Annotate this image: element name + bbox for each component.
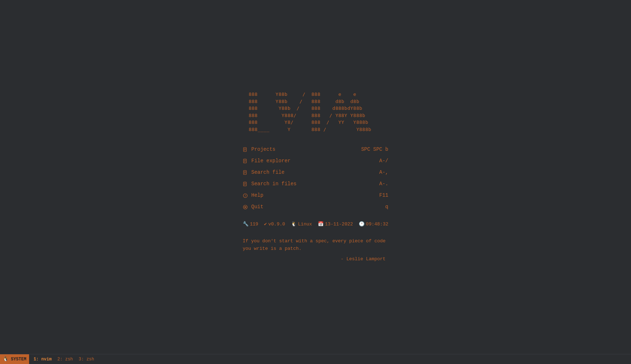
help-label: Help xyxy=(251,192,264,198)
status-wrench: 🔧 119 xyxy=(243,221,258,227)
menu-item-search-in-files[interactable]: Search in files A-. xyxy=(243,178,389,190)
status-os-item: 🐧 Linux xyxy=(291,221,312,227)
quote-text: If you don't start with a spec, every pi… xyxy=(243,238,386,253)
clock-icon: 🕐 xyxy=(359,221,365,227)
checkmark-icon: ✔ xyxy=(264,221,267,227)
doc-icon-search-in-files xyxy=(243,181,248,187)
svg-text:?: ? xyxy=(244,194,246,197)
status-info-bar: 🔧 119 ✔ v0.9.0 🐧 Linux 📅 13-11-2022 🕐 09… xyxy=(243,221,389,227)
menu-item-left-quit: Quit xyxy=(243,204,264,210)
menu-section: Projects SPC SPC b File explorer xyxy=(243,144,389,213)
menu-item-help[interactable]: ? Help F11 xyxy=(243,190,389,201)
search-in-files-label: Search in files xyxy=(251,181,297,187)
projects-shortcut: SPC SPC b xyxy=(361,146,389,152)
menu-item-left-help: ? Help xyxy=(243,192,264,198)
file-explorer-shortcut: A-/ xyxy=(379,158,388,164)
menu-item-search-file[interactable]: Search file A-, xyxy=(243,167,389,178)
wrench-icon: 🔧 xyxy=(243,221,249,227)
menu-item-left-search-in-files: Search in files xyxy=(243,181,297,187)
status-version: v0.9.0 xyxy=(268,221,285,227)
system-badge: 🐧 SYSTEM xyxy=(0,354,29,364)
calendar-icon: 📅 xyxy=(318,221,324,227)
tmux-window-1[interactable]: 1: nvim xyxy=(33,357,51,362)
center-content: 888 Y88b / 888 e e 888 Y88b / 888 d8b d8… xyxy=(243,91,389,263)
menu-item-left-projects: Projects xyxy=(243,146,275,152)
bottom-bar: 🐧 SYSTEM 1: nvim 2: zsh 3: zsh xyxy=(0,354,631,364)
doc-icon-projects xyxy=(243,146,248,152)
main-area: 888 Y88b / 888 e e 888 Y88b / 888 d8b d8… xyxy=(0,0,631,354)
system-label: 🐧 SYSTEM xyxy=(3,356,26,362)
search-in-files-shortcut: A-. xyxy=(379,181,388,187)
tmux-window-3[interactable]: 3: zsh xyxy=(79,357,94,362)
projects-label: Projects xyxy=(251,146,275,152)
tmux-windows: 1: nvim 2: zsh 3: zsh xyxy=(29,357,94,362)
status-date-item: 📅 13-11-2022 xyxy=(318,221,353,227)
quote-section: If you don't start with a spec, every pi… xyxy=(243,238,386,263)
quit-shortcut: q xyxy=(385,204,388,210)
quote-attribution: - Leslie Lamport xyxy=(243,256,386,263)
help-shortcut: F11 xyxy=(379,192,388,198)
search-file-shortcut: A-, xyxy=(379,169,388,175)
menu-item-left-search-file: Search file xyxy=(243,169,284,175)
menu-item-projects[interactable]: Projects SPC SPC b xyxy=(243,144,389,155)
doc-icon-search-file xyxy=(243,169,248,175)
circle-x-icon-quit xyxy=(243,204,248,210)
search-file-label: Search file xyxy=(251,169,284,175)
status-os: Linux xyxy=(298,221,312,227)
status-version-item: ✔ v0.9.0 xyxy=(264,221,285,227)
tmux-window-2[interactable]: 2: zsh xyxy=(57,357,73,362)
quit-label: Quit xyxy=(251,204,264,210)
doc-icon-file-explorer xyxy=(243,158,248,164)
status-time: 09:48:32 xyxy=(366,221,388,227)
ascii-logo: 888 Y88b / 888 e e 888 Y88b / 888 d8b d8… xyxy=(243,91,371,133)
file-explorer-label: File explorer xyxy=(251,158,291,164)
menu-item-file-explorer[interactable]: File explorer A-/ xyxy=(243,155,389,167)
status-time-item: 🕐 09:48:32 xyxy=(359,221,388,227)
status-count: 119 xyxy=(250,221,258,227)
menu-item-quit[interactable]: Quit q xyxy=(243,201,389,213)
menu-item-left-file-explorer: File explorer xyxy=(243,158,291,164)
linux-icon: 🐧 xyxy=(291,221,297,227)
question-icon-help: ? xyxy=(243,192,248,198)
status-date: 13-11-2022 xyxy=(325,221,353,227)
